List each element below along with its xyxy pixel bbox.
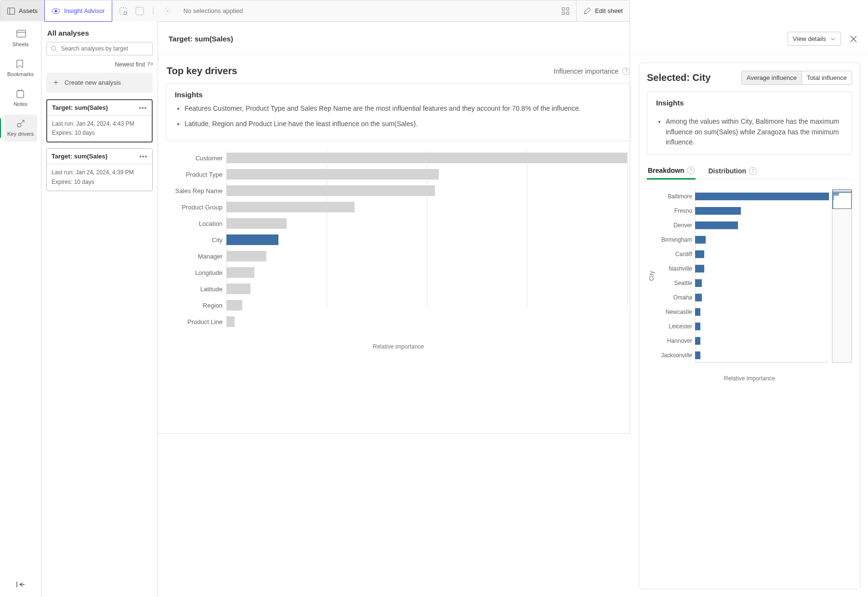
influencer-label: Influencer importance xyxy=(553,67,618,75)
topbar: Assets Insight Advisor │ No selections a… xyxy=(0,0,630,22)
kd-xlabel: Relative importance xyxy=(166,343,630,350)
svg-rect-10 xyxy=(562,8,565,10)
assets-button[interactable]: Assets xyxy=(0,0,45,21)
kd-bar-label: Sales Rep Name xyxy=(166,187,223,195)
kd-bar-row[interactable]: Region xyxy=(226,297,627,313)
edit-sheet-label: Edit sheet xyxy=(595,7,623,14)
bookmark-icon xyxy=(16,60,25,68)
assets-label: Assets xyxy=(19,7,38,14)
svg-point-5 xyxy=(124,12,127,14)
rail-key-drivers-label: Key drivers xyxy=(7,131,34,137)
card-menu-icon[interactable]: ••• xyxy=(139,153,147,160)
kd-bar-row[interactable]: Longitude xyxy=(226,264,627,281)
main-header: Target: sum(Sales) View details xyxy=(158,21,630,55)
analyses-title: All analyses xyxy=(47,29,152,37)
key-drivers-column: Top key drivers Influencer importance ? … xyxy=(166,63,630,434)
rail-notes[interactable]: Notes xyxy=(4,85,37,112)
target-title: Target: sum(Sales) xyxy=(169,35,233,43)
svg-rect-0 xyxy=(8,8,15,14)
kd-bar-label: Latitude xyxy=(166,286,223,293)
clear-selections-icon[interactable] xyxy=(163,7,172,15)
sort-dropdown[interactable]: Newest first xyxy=(46,61,153,68)
smart-search-icon[interactable] xyxy=(135,7,144,15)
svg-rect-13 xyxy=(566,12,569,14)
kd-bar-row[interactable]: Product Group xyxy=(226,199,627,215)
insight-item: Latitude, Region and Product Line have t… xyxy=(184,119,622,130)
grid-icon xyxy=(562,7,569,15)
selection-tools: │ No selections applied xyxy=(112,0,254,21)
kd-bar-row[interactable]: Manager xyxy=(226,248,627,264)
svg-line-20 xyxy=(21,120,24,124)
svg-rect-4 xyxy=(120,8,127,14)
sheets-icon xyxy=(16,30,25,39)
insight-item: Features Customer, Product Type and Sale… xyxy=(184,104,622,114)
insight-advisor-button[interactable]: Insight Advisor xyxy=(44,0,112,22)
svg-rect-16 xyxy=(17,91,24,98)
plus-icon: ＋ xyxy=(52,78,60,88)
svg-rect-11 xyxy=(566,8,569,10)
analysis-card[interactable]: Target: sum(Sales) ••• Last run: Jan 24,… xyxy=(46,99,153,143)
key-drivers-chart: CustomerProduct TypeSales Rep NameProduc… xyxy=(166,150,630,330)
card-last-run: Last run: Jan 24, 2024, 4:39 PM xyxy=(52,168,147,177)
kd-bar-row[interactable]: Product Line xyxy=(226,313,627,330)
kd-bar-row[interactable]: Location xyxy=(226,215,627,232)
kd-bar-label: Product Line xyxy=(166,318,223,325)
panel-icon xyxy=(7,8,15,14)
insights-title: Insights xyxy=(175,91,622,99)
create-analysis-button[interactable]: ＋ Create new analysis xyxy=(46,73,153,92)
svg-line-24 xyxy=(55,50,57,52)
svg-rect-12 xyxy=(562,12,565,14)
kd-bar-label: Longitude xyxy=(166,269,223,276)
kd-bar-label: Product Group xyxy=(166,204,223,211)
kd-bar-label: Manager xyxy=(166,253,223,260)
svg-rect-6 xyxy=(136,7,144,15)
rail-notes-label: Notes xyxy=(13,101,27,107)
rail-sheets[interactable]: Sheets xyxy=(4,25,37,52)
create-label: Create new analysis xyxy=(65,79,121,86)
rail-bookmarks-label: Bookmarks xyxy=(7,71,34,77)
kd-bar-label: Product Type xyxy=(166,171,223,178)
analysis-card[interactable]: Target: sum(Sales) ••• Last run: Jan 24,… xyxy=(46,148,153,191)
search-input-wrapper[interactable] xyxy=(46,42,153,55)
insight-icon xyxy=(52,8,60,14)
kd-bar-label: Customer xyxy=(166,155,223,162)
kd-bar-row[interactable]: Product Type xyxy=(226,166,627,182)
search-input[interactable] xyxy=(61,45,148,52)
left-rail: Sheets Bookmarks Notes Key drivers xyxy=(0,21,41,434)
search-icon xyxy=(51,45,57,52)
svg-point-19 xyxy=(17,123,21,127)
app-grid-button[interactable] xyxy=(555,0,576,21)
card-title: Target: sum(Sales) xyxy=(52,153,107,160)
sort-label: Newest first xyxy=(115,61,145,68)
card-expires: Expires: 10 days xyxy=(52,129,147,138)
no-selections-label: No selections applied xyxy=(180,7,247,14)
card-expires: Expires: 10 days xyxy=(52,178,147,187)
selection-tool-icon[interactable] xyxy=(119,7,128,15)
kd-bar-row[interactable]: City xyxy=(226,232,627,248)
sort-icon xyxy=(147,62,153,67)
kd-bar-label: City xyxy=(166,236,223,244)
card-title: Target: sum(Sales) xyxy=(52,104,108,111)
card-menu-icon[interactable]: ••• xyxy=(139,104,147,111)
kd-title: Top key drivers xyxy=(167,65,237,77)
rail-sheets-label: Sheets xyxy=(12,41,28,47)
svg-point-3 xyxy=(55,10,57,12)
rail-key-drivers[interactable]: Key drivers xyxy=(4,115,37,142)
svg-point-23 xyxy=(52,46,56,51)
rail-bookmarks[interactable]: Bookmarks xyxy=(4,55,37,82)
kd-bar-row[interactable]: Latitude xyxy=(226,281,627,297)
help-icon[interactable]: ? xyxy=(622,67,630,75)
kd-bar-row[interactable]: Customer xyxy=(226,150,627,166)
pencil-icon xyxy=(583,7,591,15)
notes-icon xyxy=(16,90,25,98)
kd-bar-label: Location xyxy=(166,220,223,227)
analyses-panel: All analyses Newest first ＋ Create new a… xyxy=(41,21,158,434)
svg-rect-14 xyxy=(17,30,26,37)
main-area: Target: sum(Sales) View details Top key … xyxy=(158,21,630,434)
insights-box: Insights Features Customer, Product Type… xyxy=(166,83,630,141)
edit-sheet-button[interactable]: Edit sheet xyxy=(576,0,630,21)
kd-bar-label: Region xyxy=(166,302,223,309)
insight-label: Insight Advisor xyxy=(64,7,105,14)
card-last-run: Last run: Jan 24, 2024, 4:43 PM xyxy=(52,119,147,129)
kd-bar-row[interactable]: Sales Rep Name xyxy=(226,182,627,199)
